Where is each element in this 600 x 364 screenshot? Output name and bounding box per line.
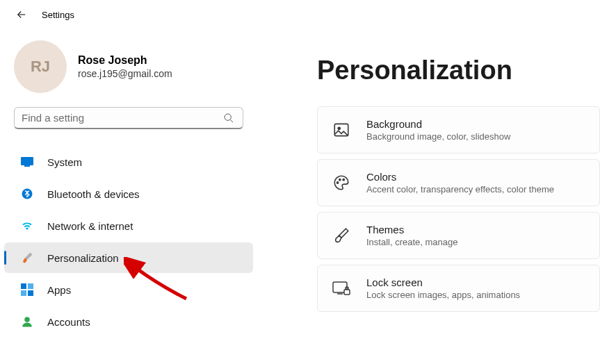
nav-item-label: Bluetooth & devices (47, 188, 140, 200)
svg-point-12 (339, 179, 341, 181)
card-background[interactable]: Background Background image, color, slid… (317, 106, 600, 154)
card-text: Colors Accent color, transparency effect… (366, 171, 554, 195)
nav-item-network[interactable]: Network & internet (4, 210, 253, 241)
user-email: rose.j195@gmail.com (78, 68, 172, 79)
bluetooth-icon (21, 188, 33, 200)
card-title: Background (366, 118, 510, 130)
nav-list: System Bluetooth & devices Network & int… (0, 138, 257, 338)
back-arrow-icon (15, 8, 28, 21)
search-icon (223, 113, 234, 124)
svg-rect-1 (21, 157, 33, 165)
settings-cards: Background Background image, color, slid… (317, 106, 600, 312)
apps-icon (21, 283, 33, 296)
brush-icon (332, 226, 351, 245)
svg-rect-2 (24, 165, 30, 167)
svg-rect-15 (344, 290, 350, 295)
svg-point-10 (338, 127, 340, 129)
user-text: Rose Joseph rose.j195@gmail.com (78, 54, 172, 79)
svg-point-0 (225, 114, 231, 120)
svg-point-11 (337, 182, 339, 183)
page-title: Personalization (317, 56, 600, 85)
nav-item-label: Accounts (47, 316, 90, 328)
wifi-icon (21, 220, 33, 232)
svg-rect-5 (28, 283, 33, 289)
card-title: Themes (366, 224, 458, 235)
nav-item-personalization[interactable]: Personalization (4, 242, 253, 273)
search-wrap (0, 107, 257, 138)
person-icon (21, 315, 33, 328)
card-text: Themes Install, create, manage (366, 224, 458, 247)
card-title: Colors (366, 171, 554, 183)
nav-item-label: Personalization (47, 252, 119, 264)
card-title: Lock screen (366, 276, 520, 288)
image-icon (332, 120, 351, 140)
nav-item-system[interactable]: System (4, 147, 253, 177)
card-sub: Lock screen images, apps, animations (366, 290, 520, 300)
search-box[interactable] (14, 107, 243, 129)
card-text: Background Background image, color, slid… (366, 118, 510, 142)
nav-item-label: System (47, 156, 82, 168)
system-icon (21, 156, 33, 168)
avatar: RJ (14, 40, 67, 93)
sidebar: RJ Rose Joseph rose.j195@gmail.com Syste… (0, 32, 257, 338)
svg-rect-6 (21, 290, 26, 296)
card-sub: Background image, color, slideshow (366, 131, 510, 142)
nav-item-bluetooth[interactable]: Bluetooth & devices (4, 179, 253, 209)
nav-item-accounts[interactable]: Accounts (4, 306, 253, 337)
lock-screen-icon (332, 279, 351, 298)
card-sub: Accent color, transparency effects, colo… (366, 184, 554, 195)
card-themes[interactable]: Themes Install, create, manage (317, 212, 600, 259)
title-bar: Settings (0, 0, 600, 28)
back-button[interactable] (15, 8, 28, 21)
user-name: Rose Joseph (78, 54, 172, 67)
svg-rect-7 (28, 290, 33, 296)
card-lock-screen[interactable]: Lock screen Lock screen images, apps, an… (317, 265, 600, 312)
main-content: Personalization Background Background im… (317, 56, 600, 312)
nav-item-label: Apps (47, 284, 71, 296)
search-input[interactable] (22, 112, 223, 124)
card-text: Lock screen Lock screen images, apps, an… (366, 276, 520, 300)
user-block[interactable]: RJ Rose Joseph rose.j195@gmail.com (0, 32, 257, 107)
svg-point-13 (343, 179, 344, 181)
palette-icon (332, 173, 351, 192)
nav-item-label: Network & internet (47, 220, 133, 232)
paintbrush-icon (21, 251, 33, 264)
nav-item-apps[interactable]: Apps (4, 274, 253, 305)
svg-point-8 (24, 317, 30, 322)
card-colors[interactable]: Colors Accent color, transparency effect… (317, 159, 600, 206)
app-title: Settings (42, 10, 74, 20)
card-sub: Install, create, manage (366, 237, 458, 247)
svg-rect-4 (21, 283, 26, 289)
